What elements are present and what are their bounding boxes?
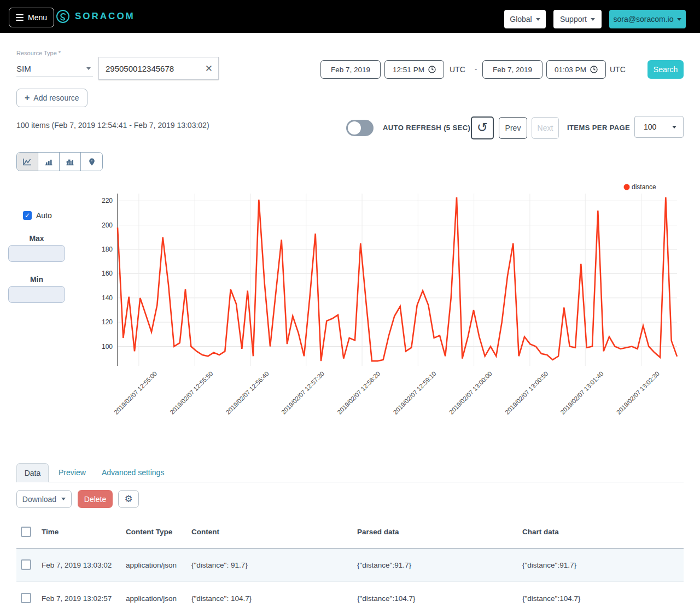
from-time-value: 12:51 PM — [393, 66, 424, 74]
settings-button[interactable]: ⚙ — [118, 490, 139, 508]
svg-text:2019/02/07 12:58:20: 2019/02/07 12:58:20 — [336, 370, 381, 416]
svg-text:120: 120 — [102, 318, 113, 326]
cell-chart-data: {"distance":104.7} — [522, 594, 580, 603]
download-button[interactable]: Download — [16, 490, 72, 508]
chevron-down-icon — [86, 67, 91, 70]
refresh-button[interactable]: ↺ — [471, 116, 494, 139]
resource-id-field: ✕ — [98, 57, 219, 80]
range-separator: - — [475, 65, 477, 73]
chart-type-group — [16, 152, 103, 171]
account-dropdown[interactable]: sora@soracom.io — [609, 10, 686, 28]
chevron-down-icon — [677, 18, 681, 21]
items-per-page-select[interactable]: 100 — [634, 116, 684, 138]
prev-button[interactable]: Prev — [499, 117, 527, 139]
from-date-input[interactable]: Feb 7, 2019 — [320, 60, 381, 79]
row-checkbox[interactable] — [21, 559, 31, 570]
chevron-down-icon — [536, 18, 540, 21]
table-row: Feb 7, 2019 13:02:57application/json{"di… — [16, 581, 684, 607]
column-header-chart-data: Chart data — [522, 528, 559, 536]
svg-text:2019/02/07 13:00:50: 2019/02/07 13:00:50 — [504, 370, 549, 416]
line-chart-type-button[interactable] — [17, 153, 38, 171]
tab-data[interactable]: Data — [16, 463, 49, 482]
search-button[interactable]: Search — [648, 60, 684, 79]
clock-icon — [590, 66, 598, 73]
svg-text:2019/02/07 12:56:40: 2019/02/07 12:56:40 — [225, 370, 270, 416]
cell-parsed-data: {"distance":91.7} — [357, 561, 411, 569]
menu-button[interactable]: Menu — [9, 8, 54, 27]
from-timezone-label: UTC — [450, 65, 465, 74]
tab-advanced-settings[interactable]: Advanced settings — [102, 468, 164, 477]
items-per-page-label: ITEMS PER PAGE — [567, 124, 630, 132]
gear-icon: ⚙ — [124, 493, 132, 504]
support-label: Support — [560, 15, 587, 24]
table-header: Time Content Type Content Parsed data Ch… — [16, 522, 684, 548]
svg-text:2019/02/07 12:55:00: 2019/02/07 12:55:00 — [113, 370, 158, 416]
svg-text:200: 200 — [102, 221, 113, 229]
column-header-content: Content — [191, 528, 219, 536]
toggle-knob — [348, 121, 361, 135]
hamburger-icon — [16, 13, 24, 22]
svg-text:140: 140 — [102, 294, 113, 302]
map-chart-type-button[interactable] — [81, 153, 102, 171]
resource-type-value: SIM — [16, 64, 31, 73]
from-date-value: Feb 7, 2019 — [331, 66, 370, 74]
global-label: Global — [510, 15, 532, 24]
brand-name: SORACOM — [75, 11, 135, 22]
cell-content-type: application/json — [126, 561, 177, 569]
bar-chart-icon — [44, 157, 54, 166]
chevron-down-icon — [591, 18, 595, 21]
select-all-checkbox[interactable] — [21, 527, 31, 537]
column-header-content-type: Content Type — [126, 528, 172, 536]
add-resource-button[interactable]: + Add resource — [16, 89, 88, 107]
tab-preview[interactable]: Preview — [59, 468, 86, 477]
to-time-value: 01:03 PM — [555, 66, 586, 74]
line-chart-icon — [22, 157, 32, 166]
soracom-logo: SORACOM — [56, 0, 135, 33]
stacked-bar-chart-type-button[interactable] — [60, 153, 81, 171]
support-dropdown[interactable]: Support — [553, 10, 602, 28]
auto-refresh-toggle[interactable] — [346, 120, 374, 136]
max-label: Max — [8, 234, 65, 243]
to-date-value: Feb 7, 2019 — [493, 66, 532, 74]
next-button[interactable]: Next — [532, 117, 559, 139]
svg-text:2019/02/07 13:02:30: 2019/02/07 13:02:30 — [615, 370, 661, 416]
cell-chart-data: {"distance":91.7} — [522, 561, 576, 569]
cell-content: {"distance": 104.7} — [191, 594, 252, 603]
auto-scale-control: ✓ Auto — [23, 211, 52, 220]
resource-type-select[interactable]: SIM — [16, 60, 93, 77]
to-time-input[interactable]: 01:03 PM — [546, 60, 606, 79]
account-label: sora@soracom.io — [614, 15, 674, 24]
delete-button[interactable]: Delete — [78, 490, 113, 508]
items-per-page-value: 100 — [644, 122, 656, 131]
min-input[interactable] — [8, 286, 65, 303]
to-date-input[interactable]: Feb 7, 2019 — [482, 60, 542, 79]
svg-text:distance: distance — [632, 183, 656, 191]
svg-text:220: 220 — [102, 197, 113, 205]
distance-line-chart: 2202001801601401201002019/02/07 12:55:00… — [98, 180, 684, 443]
svg-text:2019/02/07 12:59:10: 2019/02/07 12:59:10 — [392, 370, 438, 416]
svg-text:180: 180 — [102, 246, 113, 253]
stacked-bar-chart-icon — [65, 157, 75, 166]
auto-checkbox[interactable]: ✓ — [23, 211, 32, 220]
from-time-input[interactable]: 12:51 PM — [384, 60, 444, 79]
chart-canvas: 2202001801601401201002019/02/07 12:55:00… — [98, 180, 684, 443]
global-dropdown[interactable]: Global — [504, 10, 546, 28]
top-navbar: Menu SORACOM Global Support sora@soracom… — [0, 0, 700, 33]
row-checkbox[interactable] — [21, 593, 31, 603]
svg-text:100: 100 — [102, 343, 113, 351]
auto-refresh-label: AUTO REFRESH (5 SEC) — [383, 124, 470, 132]
resource-type-label: Resource Type * — [16, 50, 61, 56]
resource-id-input[interactable] — [99, 57, 197, 79]
auto-label: Auto — [36, 211, 52, 220]
max-input[interactable] — [8, 245, 65, 262]
to-timezone-label: UTC — [610, 65, 626, 74]
add-resource-label: Add resource — [33, 94, 79, 102]
map-pin-icon — [88, 157, 96, 166]
soracom-logo-icon — [56, 9, 70, 24]
cell-parsed-data: {"distance":104.7} — [357, 594, 415, 603]
cell-content: {"distance": 91.7} — [191, 561, 248, 569]
download-label: Download — [22, 495, 56, 504]
min-label: Min — [8, 275, 65, 284]
bar-chart-type-button[interactable] — [38, 153, 60, 171]
clear-input-icon[interactable]: ✕ — [205, 63, 213, 74]
